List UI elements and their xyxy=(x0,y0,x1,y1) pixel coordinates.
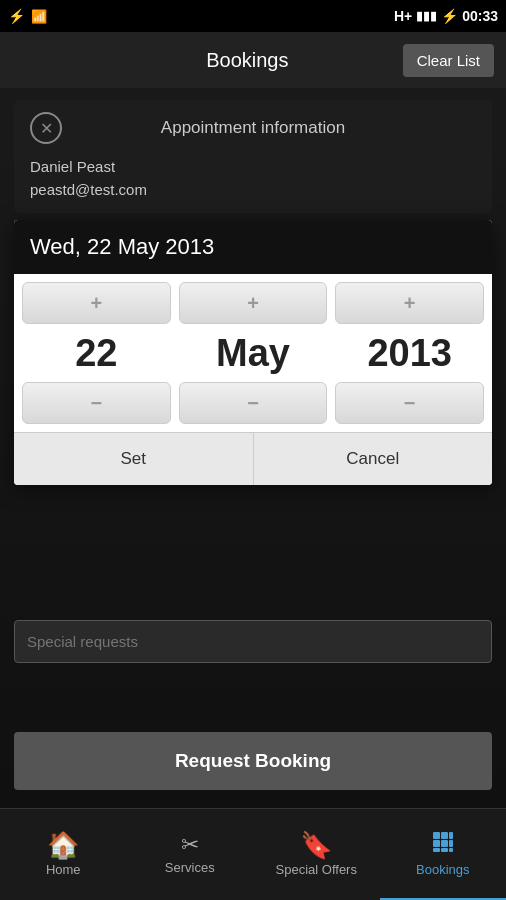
user-email: peastd@test.com xyxy=(30,179,476,202)
user-name: Daniel Peast xyxy=(30,156,476,179)
day-value: 22 xyxy=(22,326,171,380)
cancel-date-button[interactable]: Cancel xyxy=(254,433,493,485)
page-title: Bookings xyxy=(92,49,403,72)
network-type-icon: H+ xyxy=(394,8,412,24)
status-bar: ⚡ 📶 H+ ▮▮▮ ⚡ 00:33 xyxy=(0,0,506,32)
appointment-panel: ✕ Appointment information Daniel Peast p… xyxy=(14,100,492,213)
appointment-title: Appointment information xyxy=(62,118,444,138)
special-requests-input[interactable] xyxy=(14,620,492,663)
svg-rect-7 xyxy=(441,848,448,852)
svg-rect-0 xyxy=(433,832,440,839)
close-button[interactable]: ✕ xyxy=(30,112,62,144)
appointment-header: ✕ Appointment information xyxy=(14,100,492,152)
date-picker-body: + 22 − + May − + 2013 − xyxy=(14,274,492,432)
signal-bars-icon: ▮▮▮ xyxy=(416,9,437,23)
nav-item-bookings[interactable]: Bookings xyxy=(380,809,507,900)
nav-item-special-offers[interactable]: 🔖 Special Offers xyxy=(253,809,380,900)
year-value: 2013 xyxy=(335,326,484,380)
day-increment-button[interactable]: + xyxy=(22,282,171,324)
set-date-button[interactable]: Set xyxy=(14,433,254,485)
status-icons: ⚡ 📶 xyxy=(8,8,47,24)
svg-rect-4 xyxy=(441,840,448,847)
date-picker-dialog: Wed, 22 May 2013 + 22 − + May − + 2013 −… xyxy=(14,220,492,485)
request-booking-area: Request Booking xyxy=(14,732,492,790)
status-right: H+ ▮▮▮ ⚡ 00:33 xyxy=(394,8,498,24)
nav-item-services[interactable]: ✂ Services xyxy=(127,809,254,900)
svg-rect-2 xyxy=(449,832,453,839)
top-bar: Bookings Clear List xyxy=(0,32,506,88)
home-icon: 🏠 xyxy=(47,832,79,858)
nav-label-bookings: Bookings xyxy=(416,862,469,877)
nav-item-home[interactable]: 🏠 Home xyxy=(0,809,127,900)
bottom-navigation: 🏠 Home ✂ Services 🔖 Special Offers Booki… xyxy=(0,808,506,900)
year-column: + 2013 − xyxy=(335,282,484,424)
month-value: May xyxy=(179,326,328,380)
svg-rect-1 xyxy=(441,832,448,839)
svg-rect-5 xyxy=(449,840,453,847)
date-picker-header: Wed, 22 May 2013 xyxy=(14,220,492,274)
day-decrement-button[interactable]: − xyxy=(22,382,171,424)
grid-icon xyxy=(431,830,455,858)
wifi-icon: 📶 xyxy=(31,9,47,24)
svg-rect-6 xyxy=(433,848,440,852)
day-column: + 22 − xyxy=(22,282,171,424)
year-decrement-button[interactable]: − xyxy=(335,382,484,424)
clock: 00:33 xyxy=(462,8,498,24)
special-requests-area xyxy=(14,620,492,663)
clear-list-button[interactable]: Clear List xyxy=(403,44,494,77)
request-booking-button[interactable]: Request Booking xyxy=(14,732,492,790)
month-decrement-button[interactable]: − xyxy=(179,382,328,424)
user-info: Daniel Peast peastd@test.com xyxy=(14,152,492,213)
bookmark-icon: 🔖 xyxy=(300,832,332,858)
battery-icon: ⚡ xyxy=(441,8,458,24)
date-picker-footer: Set Cancel xyxy=(14,432,492,485)
svg-rect-3 xyxy=(433,840,440,847)
selected-date-label: Wed, 22 May 2013 xyxy=(30,234,214,259)
month-increment-button[interactable]: + xyxy=(179,282,328,324)
nav-label-home: Home xyxy=(46,862,81,877)
month-column: + May − xyxy=(179,282,328,424)
year-increment-button[interactable]: + xyxy=(335,282,484,324)
nav-label-services: Services xyxy=(165,860,215,875)
usb-icon: ⚡ xyxy=(8,8,25,24)
svg-rect-8 xyxy=(449,848,453,852)
nav-label-special-offers: Special Offers xyxy=(276,862,357,877)
scissors-icon: ✂ xyxy=(181,834,199,856)
